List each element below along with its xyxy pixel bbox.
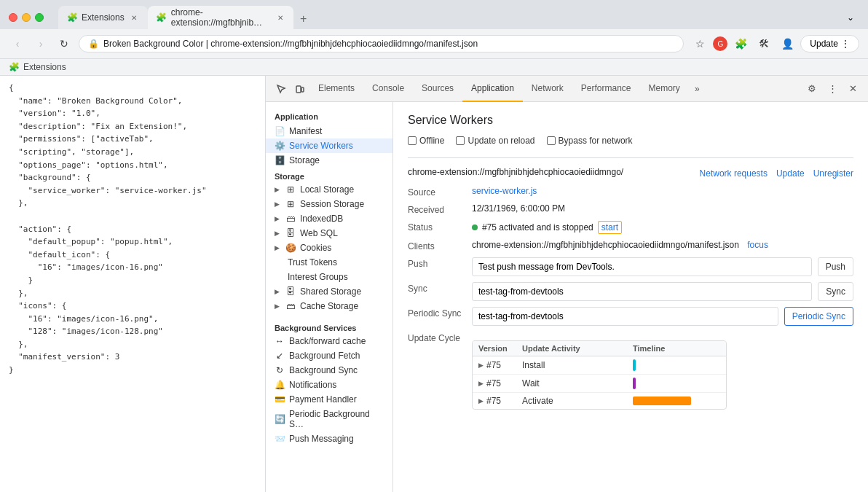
timeline-bar-orange xyxy=(633,397,691,405)
network-requests-link[interactable]: Network requests xyxy=(700,168,768,179)
minimize-window-button[interactable] xyxy=(22,13,31,22)
offline-checkbox-label[interactable]: Offline xyxy=(408,136,444,146)
tab-memory[interactable]: Memory xyxy=(640,76,689,102)
forward-button[interactable]: › xyxy=(32,35,50,52)
sidebar-item-push-messaging[interactable]: 📨 Push Messaging xyxy=(266,432,392,446)
more-tabs-button[interactable]: » xyxy=(689,76,706,102)
address-bar[interactable]: 🔒 Broken Background Color | chrome-exten… xyxy=(79,35,684,52)
nav-bar: ‹ › ↻ 🔒 Broken Background Color | chrome… xyxy=(0,29,868,59)
sidebar-notifications-label: Notifications xyxy=(289,380,336,390)
tab-network[interactable]: Network xyxy=(523,76,572,102)
sidebar-item-local-storage[interactable]: ▶ ⊞ Local Storage xyxy=(266,182,392,197)
sidebar-item-periodic-bg[interactable]: 🔄 Periodic Background S… xyxy=(266,407,392,432)
profile-icon[interactable]: 👤 xyxy=(777,34,797,54)
tab-list-button[interactable]: ⌄ xyxy=(842,9,859,26)
sidebar-item-service-workers[interactable]: ⚙️ Service Workers xyxy=(266,138,392,153)
main-content: Service Workers Offline Update on reload xyxy=(393,102,868,492)
sidebar-trust-tokens-label: Trust Tokens xyxy=(288,257,337,268)
inspect-element-button[interactable] xyxy=(272,79,291,98)
tab-extensions-close[interactable]: ✕ xyxy=(129,12,139,23)
new-tab-button[interactable]: + xyxy=(293,9,314,29)
devtools-more-button[interactable]: ⋮ xyxy=(823,79,842,98)
devtools-icon[interactable]: 🛠 xyxy=(754,34,774,54)
sync-label: Sync xyxy=(408,282,466,294)
close-window-button[interactable] xyxy=(9,13,17,22)
sidebar-item-shared-storage[interactable]: ▶ 🗄 Shared Storage xyxy=(266,284,392,299)
extensions-bar-icon: 🧩 xyxy=(9,62,19,72)
devtools-close-button[interactable]: ✕ xyxy=(843,79,862,98)
offline-checkbox[interactable] xyxy=(408,136,417,145)
start-button[interactable]: start xyxy=(598,221,622,234)
sync-button[interactable]: Sync xyxy=(818,282,853,301)
push-button[interactable]: Push xyxy=(818,257,853,276)
version-activate: #75 xyxy=(486,396,501,406)
sidebar-item-session-storage[interactable]: ▶ ⊞ Session Storage xyxy=(266,197,392,211)
sidebar-item-interest-groups[interactable]: Interest Groups xyxy=(266,270,392,284)
web-sql-arrow: ▶ xyxy=(275,230,280,237)
periodic-sync-button[interactable]: Periodic Sync xyxy=(784,307,853,326)
periodic-sync-input[interactable] xyxy=(472,307,778,326)
unregister-link[interactable]: Unregister xyxy=(813,168,853,179)
row-arrow-install[interactable]: ▶ xyxy=(478,362,484,369)
push-input[interactable] xyxy=(472,257,812,276)
sidebar: Application 📄 Manifest ⚙️ Service Worker… xyxy=(266,102,393,492)
update-button[interactable]: Update ⋮ xyxy=(800,35,859,52)
focus-link[interactable]: focus xyxy=(747,240,768,250)
tab-application[interactable]: Application xyxy=(462,76,523,102)
sidebar-item-trust-tokens[interactable]: Trust Tokens xyxy=(266,255,392,270)
tab-chrome-ext-close[interactable]: ✕ xyxy=(276,12,284,23)
sidebar-item-back-forward[interactable]: ↔ Back/forward cache xyxy=(266,334,392,348)
tab-elements[interactable]: Elements xyxy=(309,76,363,102)
sidebar-manifest-label: Manifest xyxy=(289,126,322,136)
indexeddb-icon: 🗃 xyxy=(285,214,296,224)
maximize-window-button[interactable] xyxy=(35,13,44,22)
tab-sources[interactable]: Sources xyxy=(413,76,462,102)
sidebar-item-web-sql[interactable]: ▶ 🗄 Web SQL xyxy=(266,226,392,241)
sidebar-item-cache-storage[interactable]: ▶ 🗃 Cache Storage xyxy=(266,299,392,313)
svg-rect-1 xyxy=(301,87,304,92)
sidebar-item-bg-fetch[interactable]: ↙ Background Fetch xyxy=(266,348,392,363)
devtools-settings-button[interactable]: ⚙ xyxy=(802,79,821,98)
update-on-reload-checkbox-label[interactable]: Update on reload xyxy=(456,136,534,146)
tab-performance[interactable]: Performance xyxy=(572,76,640,102)
status-text: #75 activated and is stopped xyxy=(482,222,593,233)
device-toolbar-button[interactable] xyxy=(291,79,309,98)
periodic-sync-label: Periodic Sync xyxy=(408,307,466,319)
tab-chrome-ext[interactable]: 🧩 chrome-extension://mgfbhjnib… ✕ xyxy=(148,6,293,29)
extensions-puzzle-icon[interactable]: 🧩 xyxy=(730,34,751,54)
row-arrow-wait[interactable]: ▶ xyxy=(478,380,484,387)
row-arrow-activate[interactable]: ▶ xyxy=(478,397,484,405)
tab-extensions-label: Extensions xyxy=(82,12,125,23)
sync-input[interactable] xyxy=(472,282,812,301)
devtools-right-buttons: ⚙ ⋮ ✕ xyxy=(802,79,862,98)
application-section-title: Application xyxy=(266,108,392,124)
devtools: { "name": "Broken Background Color", "ve… xyxy=(0,76,868,492)
tab-extensions[interactable]: 🧩 Extensions ✕ xyxy=(58,6,148,29)
sidebar-session-storage-label: Session Storage xyxy=(300,199,364,209)
tab-console[interactable]: Console xyxy=(363,76,413,102)
clients-url: chrome-extension://mgfbhjnibhjdehcphioca… xyxy=(472,240,739,250)
reload-button[interactable]: ↻ xyxy=(55,35,73,52)
sidebar-item-notifications[interactable]: 🔔 Notifications xyxy=(266,378,392,392)
sidebar-item-indexeddb[interactable]: ▶ 🗃 IndexedDB xyxy=(266,211,392,226)
update-sw-link[interactable]: Update xyxy=(776,168,805,179)
update-on-reload-checkbox[interactable] xyxy=(456,136,465,145)
sidebar-item-cookies[interactable]: ▶ 🍪 Cookies xyxy=(266,241,392,255)
app-panel: Application 📄 Manifest ⚙️ Service Worker… xyxy=(266,102,868,492)
source-label: Source xyxy=(408,186,466,198)
bypass-network-checkbox[interactable] xyxy=(547,136,556,145)
sidebar-item-manifest[interactable]: 📄 Manifest xyxy=(266,124,392,138)
nav-actions: ☆ G 🧩 🛠 👤 Update ⋮ xyxy=(690,34,859,54)
push-label: Push xyxy=(408,257,466,269)
sidebar-item-payment-handler[interactable]: 💳 Payment Handler xyxy=(266,392,392,407)
back-button[interactable]: ‹ xyxy=(9,35,26,52)
sidebar-item-bg-sync[interactable]: ↻ Background Sync xyxy=(266,363,392,378)
sidebar-item-storage[interactable]: 🗄️ Storage xyxy=(266,153,392,168)
bypass-network-checkbox-label[interactable]: Bypass for network xyxy=(547,136,633,146)
sidebar-cookies-label: Cookies xyxy=(300,243,331,253)
cookies-arrow: ▶ xyxy=(275,244,280,251)
bookmark-button[interactable]: ☆ xyxy=(690,34,710,54)
source-link[interactable]: service-worker.js xyxy=(472,186,537,196)
web-sql-icon: 🗄 xyxy=(285,228,296,238)
session-storage-icon: ⊞ xyxy=(285,199,296,209)
